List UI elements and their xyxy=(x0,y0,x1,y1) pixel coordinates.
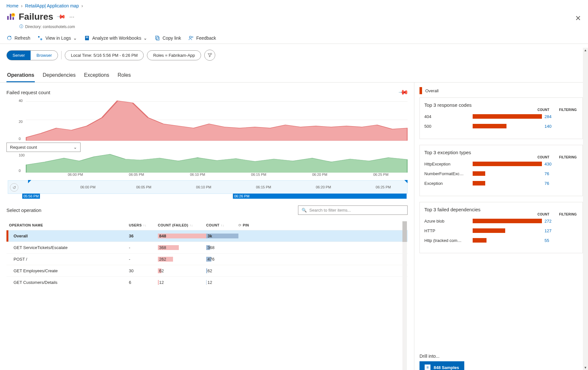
op-users: - xyxy=(129,257,158,262)
op-users: 30 xyxy=(129,268,158,273)
col-operation[interactable]: OPERATION NAME xyxy=(6,223,129,227)
metric-row[interactable]: NumberFormatExc…76 xyxy=(424,169,578,178)
metric-row[interactable]: Azure blob272 xyxy=(424,216,578,226)
feedback-button[interactable]: Feedback xyxy=(188,35,216,41)
scrollbar-thumb[interactable] xyxy=(402,221,407,242)
breadcrumb: Home › RetailApp| Application map › xyxy=(0,0,588,12)
metric-count-link[interactable]: 272 xyxy=(545,219,559,224)
op-count: 3k xyxy=(206,234,238,238)
svg-rect-0 xyxy=(7,16,9,20)
col-users[interactable]: USERS xyxy=(129,223,142,227)
page-title: Failures xyxy=(19,12,53,22)
server-toggle[interactable]: Server xyxy=(7,51,31,60)
metric-card: Top 3 response codesCOUNTFILTERING404284… xyxy=(419,97,583,139)
breadcrumb-home[interactable]: Home xyxy=(6,3,18,8)
svg-rect-1 xyxy=(10,14,12,20)
more-icon[interactable]: ⋯ xyxy=(69,14,74,20)
metric-row[interactable]: Http (tracked com…55 xyxy=(424,235,578,245)
op-count: 368 xyxy=(206,245,238,250)
time-range-pill[interactable]: Local Time: 5/16 5:56 PM - 6:26 PM xyxy=(65,50,144,60)
chevron-down-icon: ⌄ xyxy=(73,145,77,150)
metric-card: Top 3 exception typesCOUNTFILTERINGHttpE… xyxy=(419,145,583,196)
col-count[interactable]: COUNT xyxy=(206,223,219,227)
metric-selector[interactable]: Request count ⌄ xyxy=(6,143,81,152)
divider xyxy=(61,51,62,59)
metric-count-link[interactable]: 55 xyxy=(545,238,559,243)
svg-point-5 xyxy=(40,38,42,40)
analyze-workbooks-button[interactable]: Analyze with Workbooks ⌄ xyxy=(84,35,147,41)
metric-count-link[interactable]: 430 xyxy=(545,162,559,166)
overall-marker xyxy=(419,87,422,94)
table-row[interactable]: GET ServiceTickets/Escalate-368368 xyxy=(6,242,408,253)
filter-add-button[interactable] xyxy=(204,50,215,61)
time-range-slider[interactable]: ↺ 06:00 PM 06:05 PM 06:10 PM 06:15 PM 06… xyxy=(8,180,408,194)
tabs: Operations Dependencies Exceptions Roles xyxy=(0,66,588,83)
directory-label: ⓘ Directory: contosohotels.com xyxy=(0,24,588,33)
scrollbar-track xyxy=(402,221,407,370)
op-users: 6 xyxy=(129,280,158,285)
view-logs-button[interactable]: View in Logs ⌄ xyxy=(37,35,77,41)
scroll-up-icon[interactable]: ▲ xyxy=(584,48,587,52)
table-header: OPERATION NAME USERS↑↓ COUNT (FAILED)↑↓ … xyxy=(6,221,408,230)
y-tick: 40 xyxy=(19,99,23,103)
main-scrollbar[interactable]: ▲ ▼ xyxy=(583,48,588,370)
range-handle-right[interactable]: 06:26 PM xyxy=(233,194,407,199)
col-pin[interactable]: PIN xyxy=(243,223,249,227)
operation-search-input[interactable]: 🔍 Search to filter items... xyxy=(298,205,408,215)
metric-count-link[interactable]: 76 xyxy=(545,171,559,176)
metric-row[interactable]: HTTP127 xyxy=(424,226,578,235)
operation-table: OPERATION NAME USERS↑↓ COUNT (FAILED)↑↓ … xyxy=(6,221,408,370)
copy-link-button[interactable]: Copy link xyxy=(154,35,181,41)
range-handle-left[interactable]: 05:56 PM xyxy=(22,194,40,199)
op-failed: 848 xyxy=(158,234,206,238)
table-row[interactable]: Overall368483k xyxy=(6,230,408,242)
breadcrumb-app[interactable]: RetailApp| Application map xyxy=(25,3,79,8)
directory-text: Directory: contosohotels.com xyxy=(25,25,75,29)
op-failed: 262 xyxy=(158,257,206,262)
table-row[interactable]: GET Employees/Create306262 xyxy=(6,265,408,276)
samples-button[interactable]: ≡ 848 Samples xyxy=(419,361,464,370)
op-users: - xyxy=(129,245,158,250)
browser-toggle[interactable]: Browser xyxy=(31,51,58,60)
x-ticks: 06:00 PM 06:05 PM 06:10 PM 06:15 PM 06:2… xyxy=(26,173,408,180)
op-failed: 368 xyxy=(158,245,206,250)
tab-dependencies[interactable]: Dependencies xyxy=(42,70,76,82)
failed-request-chart[interactable]: 40 20 0 xyxy=(6,99,408,141)
metric-row[interactable]: HttpException430 xyxy=(424,159,578,169)
tab-operations[interactable]: Operations xyxy=(6,70,35,82)
info-icon: ⓘ xyxy=(19,24,23,29)
toolbar: Refresh View in Logs ⌄ Analyze with Work… xyxy=(0,33,588,44)
pin-chart-icon[interactable]: 📌 xyxy=(398,87,409,98)
roles-pill[interactable]: Roles = Fabrikam-App xyxy=(147,50,201,60)
refresh-button[interactable]: Refresh xyxy=(6,35,30,41)
pin-icon[interactable]: 📌 xyxy=(56,12,66,22)
table-row[interactable]: POST /-262476 xyxy=(6,253,408,265)
svg-point-11 xyxy=(189,36,191,38)
metric-count-link[interactable]: 127 xyxy=(545,228,559,233)
search-icon: 🔍 xyxy=(302,208,307,213)
svg-point-4 xyxy=(38,36,40,38)
metric-count-link[interactable]: 284 xyxy=(545,114,559,119)
chevron-right-icon: › xyxy=(82,3,83,8)
table-row[interactable]: GET Customers/Details61212 xyxy=(6,276,408,288)
close-button[interactable]: ✕ xyxy=(575,14,581,23)
tab-exceptions[interactable]: Exceptions xyxy=(83,70,110,82)
card-title: Top 3 exception types xyxy=(424,150,471,155)
metric-row[interactable]: Exception76 xyxy=(424,178,578,188)
metric-row[interactable]: 500140 xyxy=(424,121,578,131)
metric-count-link[interactable]: 140 xyxy=(545,124,559,129)
op-count: 62 xyxy=(206,268,238,273)
scroll-down-icon[interactable]: ▼ xyxy=(584,366,587,369)
card-title: Top 3 response codes xyxy=(424,102,472,108)
op-count: 476 xyxy=(206,257,238,262)
op-name: GET ServiceTickets/Escalate xyxy=(6,245,129,250)
tab-roles[interactable]: Roles xyxy=(117,70,131,82)
refresh-small-icon[interactable]: ⟳ xyxy=(238,223,241,227)
op-name: POST / xyxy=(6,257,129,262)
history-icon[interactable]: ↺ xyxy=(10,183,18,192)
y-tick: 100 xyxy=(19,153,24,157)
col-failed[interactable]: COUNT (FAILED) xyxy=(158,223,188,227)
metric-row[interactable]: 404284 xyxy=(424,112,578,121)
request-count-chart[interactable]: 100 0 xyxy=(6,153,408,173)
metric-count-link[interactable]: 76 xyxy=(545,181,559,186)
